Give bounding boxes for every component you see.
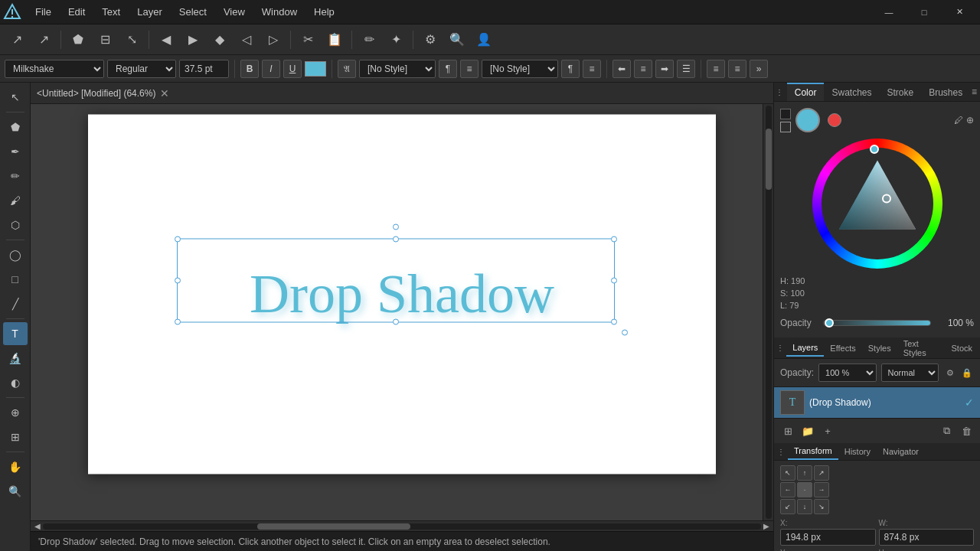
panel-menu-icon[interactable]: ≡ — [970, 86, 978, 98]
opacity-thumb[interactable] — [825, 318, 834, 328]
paragraph-icon-btn[interactable]: ¶ — [439, 60, 457, 78]
horizontal-scrollbar[interactable]: ◀ ▶ — [31, 520, 773, 531]
character-style-select[interactable]: [No Style] — [482, 60, 558, 78]
tool-brush[interactable]: 🖌 — [3, 189, 28, 212]
transform-tab-history[interactable]: History — [838, 444, 877, 459]
eyedropper-icon[interactable]: ⊕ — [966, 115, 974, 126]
align-br[interactable]: ↘ — [814, 499, 829, 514]
char-align-btn[interactable]: ≡ — [583, 60, 601, 78]
canvas-scroll-area[interactable]: Drop Shadow — [31, 104, 773, 520]
text-color-swatch[interactable] — [305, 61, 326, 77]
toolbar-btn-prev[interactable]: ◁ — [234, 28, 259, 51]
menu-item-file[interactable]: File — [28, 3, 59, 21]
w-input[interactable] — [879, 529, 975, 546]
panel-tab-stroke[interactable]: Stroke — [880, 83, 922, 101]
character-icon-btn[interactable]: ¶ — [561, 60, 580, 78]
layers-tab-effects[interactable]: Effects — [824, 341, 861, 356]
toolbar-btn-settings[interactable]: ⚙ — [418, 28, 443, 51]
tool-line[interactable]: ╱ — [3, 292, 28, 315]
fraktur-btn[interactable]: 𝔄 — [338, 60, 356, 78]
toolbar-btn-pen[interactable]: ✏ — [357, 28, 381, 51]
align-tr[interactable]: ↗ — [814, 465, 829, 481]
align-tc[interactable]: ↑ — [797, 465, 812, 481]
handle-rotate[interactable] — [393, 224, 399, 230]
color-wheel-container[interactable] — [780, 139, 974, 269]
align-right-btn[interactable]: ➡ — [655, 60, 674, 78]
list-ol-btn[interactable]: ≡ — [728, 60, 746, 78]
maximize-button[interactable]: □ — [906, 0, 942, 24]
menu-item-select[interactable]: Select — [172, 3, 214, 21]
align-mr[interactable]: → — [814, 482, 829, 497]
layers-tab-layers[interactable]: Layers — [786, 340, 824, 357]
x-input[interactable] — [780, 529, 876, 546]
tool-zoom[interactable]: 🔍 — [3, 480, 28, 503]
canvas-tab-close[interactable]: ✕ — [160, 87, 169, 99]
layer-visibility-check[interactable]: ✓ — [965, 396, 974, 409]
panel-tab-swatches[interactable]: Swatches — [824, 83, 879, 101]
font-size-input[interactable] — [179, 60, 229, 78]
layer-item[interactable]: T (Drop Shadow) ✓ — [774, 387, 980, 418]
font-family-select[interactable]: Milkshake — [5, 60, 104, 78]
tool-crop[interactable]: ⊕ — [3, 401, 28, 424]
menu-item-help[interactable]: Help — [306, 3, 342, 21]
tool-pen[interactable]: ✒ — [3, 140, 28, 163]
color-format-icon[interactable]: 🖊 — [954, 115, 963, 126]
layers-delete-btn[interactable]: 🗑 — [957, 422, 975, 440]
close-button[interactable]: ✕ — [942, 0, 977, 24]
layers-panel-icon[interactable]: ⋮ — [776, 343, 785, 354]
transform-tab-navigator[interactable]: Navigator — [877, 444, 925, 459]
justify-btn[interactable]: ☰ — [677, 60, 695, 78]
tool-text[interactable]: T — [3, 322, 28, 345]
layers-icon-lock[interactable]: 🔒 — [960, 366, 974, 380]
toolbar-btn-node[interactable]: ✦ — [384, 28, 408, 51]
italic-button[interactable]: I — [262, 60, 280, 78]
paragraph-style-select[interactable]: [No Style] — [359, 60, 436, 78]
hscroll-track[interactable] — [43, 523, 761, 530]
toolbar-btn-next[interactable]: ▷ — [261, 28, 286, 51]
tool-view[interactable]: ⊞ — [3, 425, 28, 448]
tool-hand[interactable]: ✋ — [3, 455, 28, 478]
toolbar-btn-diamond[interactable]: ◆ — [207, 28, 232, 51]
color-wheel-wrapper[interactable] — [812, 139, 942, 269]
tool-fill[interactable]: ⬡ — [3, 214, 28, 236]
minimize-button[interactable]: — — [871, 0, 906, 24]
align-center-btn[interactable]: ≡ — [634, 60, 652, 78]
color-swatch-primary[interactable] — [795, 108, 820, 132]
hscroll-right-btn[interactable]: ▶ — [761, 522, 772, 530]
align-left-btn[interactable]: ⬅ — [612, 60, 631, 78]
layers-blend-select[interactable]: Normal — [881, 364, 939, 382]
stroke-swatch[interactable] — [780, 122, 791, 132]
layers-icon-settings[interactable]: ⚙ — [943, 366, 957, 380]
toolbar-btn-select[interactable]: ⬟ — [66, 28, 90, 51]
vscroll-thumb[interactable] — [766, 129, 772, 190]
layers-duplicate-btn[interactable]: ⧉ — [937, 422, 956, 440]
layers-add-layer-btn[interactable]: + — [818, 422, 837, 440]
vertical-scrollbar[interactable] — [763, 104, 773, 520]
transform-panel-icon[interactable]: ⋮ — [776, 446, 786, 457]
menu-item-window[interactable]: Window — [254, 3, 305, 21]
menu-item-text[interactable]: Text — [94, 3, 128, 21]
align-bl[interactable]: ↙ — [780, 499, 795, 514]
hscroll-thumb[interactable] — [257, 523, 410, 530]
list-ul-btn[interactable]: ≡ — [707, 60, 725, 78]
canvas-document[interactable]: Drop Shadow — [88, 115, 716, 474]
layers-tab-text-styles[interactable]: Text Styles — [897, 336, 946, 360]
text-align-btn[interactable]: ≡ — [460, 60, 479, 78]
tool-shape[interactable]: ◯ — [3, 243, 28, 266]
toolbar-btn-arrow-l[interactable]: ◀ — [154, 28, 178, 51]
menu-item-edit[interactable]: Edit — [60, 3, 93, 21]
transform-tab-transform[interactable]: Transform — [788, 443, 838, 460]
layers-tab-stock[interactable]: Stock — [945, 341, 978, 356]
color-triangle[interactable] — [831, 157, 923, 251]
align-tl[interactable]: ↖ — [780, 465, 795, 481]
hue-marker[interactable] — [870, 145, 879, 154]
tool-gradient[interactable]: ◐ — [3, 371, 28, 394]
layers-tab-styles[interactable]: Styles — [862, 341, 897, 356]
vscroll-track[interactable] — [766, 106, 772, 519]
layers-opacity-select[interactable]: 100 % — [818, 364, 876, 382]
panel-tab-color[interactable]: Color — [787, 83, 825, 101]
toolbar-btn-paste[interactable]: 📋 — [322, 28, 347, 51]
font-style-select[interactable]: Regular — [107, 60, 176, 78]
toolbar-btn-share[interactable]: ↗ — [31, 28, 56, 51]
fill-swatch[interactable] — [780, 109, 791, 119]
